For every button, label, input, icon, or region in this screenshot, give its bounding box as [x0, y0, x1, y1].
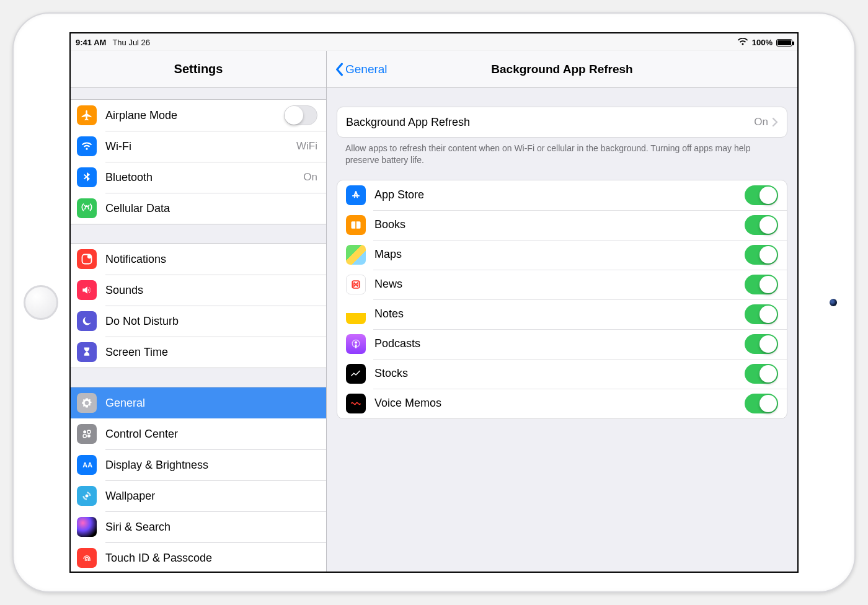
app-row-stocks: Stocks — [337, 359, 787, 389]
svg-rect-5 — [87, 430, 91, 433]
app-label: News — [374, 278, 402, 291]
sidebar-item-label: Wi-Fi — [105, 140, 131, 153]
status-bar: 9:41 AM Thu Jul 26 100% — [71, 33, 797, 51]
sidebar-group-alerts: Notifications Sounds Do No — [71, 243, 326, 368]
app-row-podcasts: Podcasts — [337, 329, 787, 359]
sidebar-item-siri[interactable]: Siri & Search — [71, 511, 326, 542]
detail-title: Background App Refresh — [327, 63, 797, 76]
appstore-icon — [346, 185, 366, 205]
sidebar-item-wallpaper[interactable]: Wallpaper — [71, 480, 326, 511]
sidebar-item-label: General — [105, 397, 145, 410]
sidebar-item-notifications[interactable]: Notifications — [71, 244, 326, 275]
sidebar-item-label: Bluetooth — [105, 171, 153, 184]
notes-icon — [346, 304, 366, 324]
app-toggle-books[interactable] — [745, 215, 778, 235]
news-icon — [346, 275, 366, 294]
sidebar-item-wifi[interactable]: Wi-Fi WiFi — [71, 131, 326, 162]
sidebar-item-label: Sounds — [105, 284, 143, 297]
fingerprint-icon — [77, 548, 97, 568]
bluetooth-value: On — [303, 171, 317, 183]
sidebar-item-airplane[interactable]: Airplane Mode — [71, 100, 326, 131]
app-label: Books — [374, 218, 405, 231]
voicememos-icon — [346, 394, 366, 413]
sidebar-item-label: Touch ID & Passcode — [105, 552, 212, 565]
svg-rect-4 — [83, 435, 86, 438]
display-icon: AA — [77, 455, 97, 475]
wifi-icon — [77, 136, 97, 156]
sidebar-item-label: Control Center — [105, 428, 178, 441]
app-label: Maps — [374, 248, 402, 261]
sidebar-item-label: Airplane Mode — [105, 109, 177, 122]
sidebar-item-label: Do Not Disturb — [105, 315, 179, 328]
sidebar-item-cellular[interactable]: Cellular Data — [71, 193, 326, 224]
detail-header: General Background App Refresh — [327, 51, 797, 88]
app-label: Stocks — [374, 367, 408, 380]
status-time: 9:41 AM — [76, 38, 106, 47]
app-toggle-appstore[interactable] — [745, 185, 778, 205]
app-label: Voice Memos — [374, 397, 441, 410]
app-label: App Store — [374, 188, 424, 201]
wifi-icon — [737, 37, 748, 48]
sidebar-item-screentime[interactable]: Screen Time — [71, 337, 326, 368]
sidebar-item-dnd[interactable]: Do Not Disturb — [71, 306, 326, 337]
sidebar-group-connectivity: Airplane Mode Wi-Fi WiFi — [71, 99, 326, 224]
app-toggle-voicememos[interactable] — [745, 394, 778, 413]
svg-point-7 — [86, 495, 89, 498]
sidebar-title: Settings — [71, 51, 326, 88]
chevron-left-icon — [334, 63, 344, 76]
gear-icon — [77, 393, 97, 413]
wifi-value: WiFi — [296, 140, 317, 152]
sidebar-item-display[interactable]: AA Display & Brightness — [71, 449, 326, 480]
airplane-toggle[interactable] — [284, 105, 317, 125]
status-date: Thu Jul 26 — [112, 38, 150, 47]
sidebar-item-general[interactable]: General — [71, 387, 326, 418]
app-label: Notes — [374, 307, 404, 320]
app-label: Podcasts — [374, 337, 420, 350]
svg-point-1 — [87, 255, 92, 259]
sidebar-item-control-center[interactable]: Control Center — [71, 418, 326, 449]
sidebar-item-label: Wallpaper — [105, 490, 155, 503]
app-toggle-notes[interactable] — [745, 304, 778, 324]
books-icon — [346, 215, 366, 235]
home-button[interactable] — [24, 285, 58, 320]
app-row-voicememos: Voice Memos — [337, 389, 787, 418]
hourglass-icon — [77, 342, 97, 362]
master-footer: Allow apps to refresh their content when… — [337, 138, 787, 166]
maps-icon — [346, 245, 366, 265]
sidebar-item-label: Cellular Data — [105, 202, 170, 215]
master-row[interactable]: Background App Refresh On — [337, 107, 787, 137]
wallpaper-icon — [77, 486, 97, 506]
app-row-books: Books — [337, 210, 787, 240]
sidebar-item-bluetooth[interactable]: Bluetooth On — [71, 162, 326, 193]
front-camera — [830, 299, 837, 306]
svg-point-3 — [87, 435, 91, 438]
app-toggle-maps[interactable] — [745, 245, 778, 265]
svg-point-2 — [83, 430, 86, 433]
back-label: General — [345, 63, 388, 76]
podcasts-icon — [346, 334, 366, 354]
app-row-maps: Maps — [337, 240, 787, 270]
svg-point-9 — [355, 341, 357, 343]
master-card: Background App Refresh On — [337, 107, 787, 138]
app-toggle-podcasts[interactable] — [745, 334, 778, 354]
notifications-icon — [77, 249, 97, 269]
cellular-icon — [77, 198, 97, 218]
back-button[interactable]: General — [334, 63, 388, 76]
stocks-icon — [346, 364, 366, 384]
control-center-icon — [77, 424, 97, 444]
sidebar-item-label: Display & Brightness — [105, 459, 208, 472]
bluetooth-icon — [77, 167, 97, 187]
sidebar-item-sounds[interactable]: Sounds — [71, 275, 326, 306]
app-row-news: News — [337, 270, 787, 299]
sidebar-group-device: General Control Center AA D — [71, 387, 326, 572]
screen: 9:41 AM Thu Jul 26 100% Settings — [69, 32, 799, 573]
battery-percent: 100% — [752, 38, 773, 47]
sidebar-item-touchid[interactable]: Touch ID & Passcode — [71, 542, 326, 572]
sidebar-item-label: Screen Time — [105, 346, 168, 359]
app-row-notes: Notes — [337, 299, 787, 329]
sidebar-item-label: Notifications — [105, 253, 166, 266]
app-toggle-news[interactable] — [745, 275, 778, 294]
app-toggle-stocks[interactable] — [745, 364, 778, 384]
device-frame: 9:41 AM Thu Jul 26 100% Settings — [12, 12, 856, 593]
siri-icon — [77, 517, 97, 537]
